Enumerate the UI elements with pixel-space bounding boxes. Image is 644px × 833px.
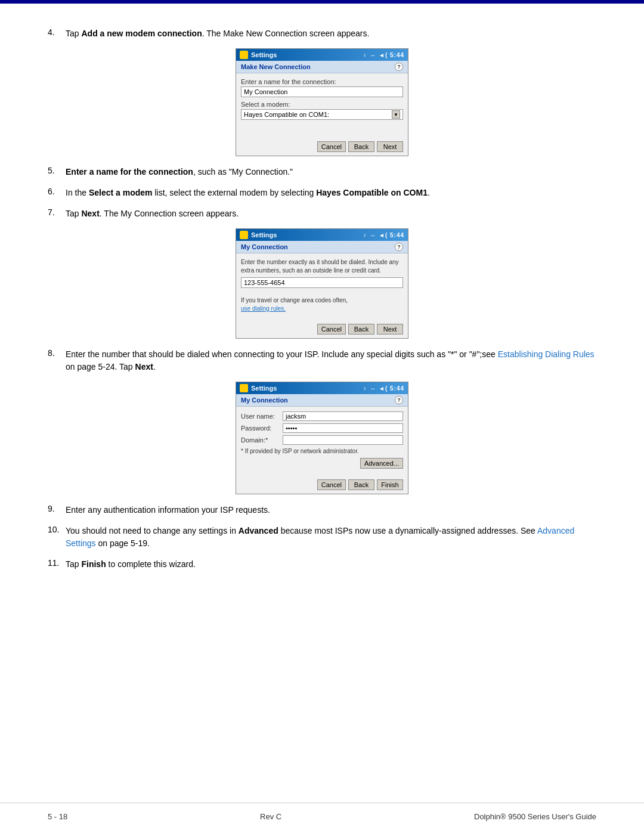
step-11: 11. Tap Finish to complete this wizard. [48,558,596,571]
dialog2-section-label: My Connection [241,243,288,250]
step-8-number: 8. [48,348,66,358]
step-7-after: . The My Connection screen appears. [100,209,239,218]
dialog1-select-arrow[interactable]: ▼ [392,110,400,119]
dialog2-title: Settings [251,231,277,239]
dialog1-titlebar: Settings ♀ ↔ ◄( 5:44 [236,49,408,61]
page: 4. Tap Add a new modem connection. The M… [0,0,644,833]
step-8: 8. Enter the number that should be diale… [48,348,596,373]
dialog3-cancel-button[interactable]: Cancel [317,479,346,490]
dialog3-password-input[interactable] [283,423,403,433]
dialog1: Settings ♀ ↔ ◄( 5:44 Make New Connection… [236,48,408,156]
footer-right: Dolphin® 9500 Series User's Guide [474,812,596,821]
dialog3-section: My Connection ? [236,394,408,407]
dialog2: Settings ♀ ↔ ◄( 5:44 My Connection ? Ent… [236,228,408,339]
dialog1-input1[interactable] [241,86,403,97]
dialog1-status: ♀ ↔ ◄( 5:44 [363,52,404,58]
dialog1-select-value: Hayes Compatible on COM1: [244,111,329,118]
dialog3-section-label: My Connection [241,397,288,404]
step-9-number: 9. [48,504,66,513]
dialog1-icon [240,51,248,59]
step-5-bold: Enter a name for the connection [66,167,193,176]
step-8-end: . [153,362,156,371]
dialog3-domain-row: Domain:* [241,435,403,445]
step-6-end: . [428,188,430,197]
dialog3-password-label: Password: [241,425,283,432]
dialog3-domain-input[interactable] [283,435,403,445]
dialog2-next-button[interactable]: Next [377,324,403,335]
step-6-number: 6. [48,187,66,196]
dialog3-help-icon[interactable]: ? [395,396,403,404]
step-8-link[interactable]: Establishing Dialing Rules [498,349,595,359]
dialog1-wrapper: Settings ♀ ↔ ◄( 5:44 Make New Connection… [48,48,596,156]
footer-center: Rev C [260,812,281,821]
step-7-text: Tap Next. The My Connection screen appea… [66,208,596,220]
dialog1-body: Enter a name for the connection: Select … [236,73,408,138]
step-10-bold: Advanced [239,526,278,535]
dialog2-buttons: Cancel Back Next [236,320,408,338]
step-4-after: . The Make New Connection screen appears… [202,29,370,38]
step-6-bold1: Select a modem [89,188,153,197]
dialog3-username-label: User name: [241,413,283,420]
step-4-bold: Add a new modem connection [81,29,202,38]
step-11-after: to complete this wizard. [106,559,196,569]
step-9-text: Enter any authentication information you… [66,504,596,516]
dialog3-body: User name: Password: Domain:* * If provi… [236,407,408,476]
step-8-bold: Next [135,362,153,371]
step-11-number: 11. [48,558,66,568]
step-10-after: because most ISPs now use a dynamically-… [278,526,537,535]
dialog3: Settings ♀ ↔ ◄( 5:44 My Connection ? Use… [236,382,408,494]
dialog3-icon [240,384,248,392]
dialog2-back-button[interactable]: Back [348,324,374,335]
step-4: 4. Tap Add a new modem connection. The M… [48,27,596,40]
step-10: 10. You should not need to change any se… [48,525,596,550]
dialog3-buttons: Cancel Back Finish [236,476,408,494]
dialog3-password-row: Password: [241,423,403,433]
dialog2-cancel-button[interactable]: Cancel [317,324,346,335]
step-7-bold: Next [81,209,99,218]
step-11-text: Tap Finish to complete this wizard. [66,558,596,571]
dialog2-number-input[interactable] [241,277,403,288]
dialog2-help-icon[interactable]: ? [395,243,403,251]
step-6-bold2: Hayes Compatible on COM1 [316,188,428,197]
dialog3-advanced-button[interactable]: Advanced... [360,458,403,469]
dialog3-title: Settings [251,385,277,392]
dialog1-label2: Select a modem: [241,101,403,108]
step-5-number: 5. [48,166,66,175]
dialog2-status: ♀ ↔ ◄( 5:44 [363,232,404,239]
dialog3-finish-button[interactable]: Finish [377,479,403,490]
dialog2-note: Enter the number exactly as it should be… [241,258,403,275]
step-9: 9. Enter any authentication information … [48,504,596,516]
bottom-rule [0,803,644,803]
step-8-link-after: on page 5-24. Tap [66,362,135,371]
dialog2-titlebar: Settings ♀ ↔ ◄( 5:44 [236,229,408,241]
step-4-number: 4. [48,27,66,37]
dialog3-username-input[interactable] [283,411,403,421]
step-6: 6. In the Select a modem list, select th… [48,187,596,199]
step-6-text: In the Select a modem list, select the e… [66,187,596,199]
dialog1-help-icon[interactable]: ? [395,63,403,71]
footer: 5 - 18 Rev C Dolphin® 9500 Series User's… [48,812,596,821]
dialog1-buttons: Cancel Back Next [236,138,408,156]
dialog1-select[interactable]: Hayes Compatible on COM1: ▼ [241,109,403,120]
step-8-text: Enter the number that should be dialed w… [66,348,596,373]
dialog3-note: * If provided by ISP or network administ… [241,447,403,456]
step-11-bold: Finish [81,559,106,569]
dialog3-status: ♀ ↔ ◄( 5:44 [363,385,404,392]
dialog2-dialing-rules-link[interactable]: use dialing rules. [241,305,286,312]
dialog1-label1: Enter a name for the connection: [241,78,403,85]
dialog1-section: Make New Connection ? [236,61,408,73]
dialog1-cancel-button[interactable]: Cancel [317,141,346,152]
content-area: 4. Tap Add a new modem connection. The M… [0,4,644,615]
dialog2-note2-text: If you travel or change area codes often… [241,297,348,304]
dialog2-wrapper: Settings ♀ ↔ ◄( 5:44 My Connection ? Ent… [48,228,596,339]
dialog1-next-button[interactable]: Next [377,141,403,152]
step-7-number: 7. [48,208,66,217]
dialog2-body: Enter the number exactly as it should be… [236,253,408,320]
dialog3-back-button[interactable]: Back [348,479,374,490]
dialog3-domain-label: Domain:* [241,436,283,444]
dialog3-username-row: User name: [241,411,403,421]
step-5: 5. Enter a name for the connection, such… [48,166,596,178]
dialog2-note2: If you travel or change area codes often… [241,296,403,313]
dialog1-back-button[interactable]: Back [348,141,374,152]
step-5-after: , such as "My Connection." [193,167,293,176]
